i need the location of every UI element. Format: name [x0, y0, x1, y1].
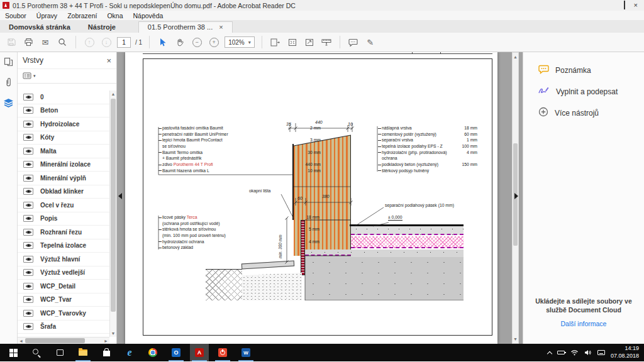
layer-options-icon[interactable]	[23, 70, 31, 82]
page-up-icon[interactable]: ↑	[83, 35, 96, 49]
layer-row[interactable]: Hydroizolace	[18, 118, 109, 131]
start-icon[interactable]	[4, 344, 23, 361]
panel-close-icon[interactable]: ×	[106, 56, 111, 65]
layer-row[interactable]: Beton	[18, 104, 109, 118]
select-tool-icon[interactable]	[157, 35, 169, 49]
internet-explorer-icon[interactable]: e	[120, 344, 139, 361]
power-app-icon[interactable]	[213, 344, 232, 361]
layer-row[interactable]: Výztuž hlavní	[18, 253, 109, 266]
comment-icon[interactable]	[347, 35, 360, 49]
menu-item[interactable]: Okna	[102, 12, 128, 19]
layers-icon[interactable]	[3, 98, 14, 111]
attachments-icon[interactable]	[4, 77, 13, 90]
task-view-icon[interactable]	[50, 344, 69, 361]
file-explorer-icon[interactable]	[74, 344, 92, 361]
layer-row[interactable]: Popis	[18, 212, 109, 226]
layer-visibility-eye-icon[interactable]	[23, 188, 33, 195]
layer-visibility-eye-icon[interactable]	[23, 269, 33, 276]
wifi-icon[interactable]	[570, 347, 579, 358]
email-icon[interactable]: ✉	[39, 35, 52, 49]
layer-row[interactable]: Ocel v řezu	[18, 199, 109, 212]
fullscreen-icon[interactable]	[303, 35, 316, 49]
page-thumbnails-icon[interactable]	[4, 57, 13, 69]
menu-item[interactable]: Nápověda	[128, 12, 169, 19]
layer-visibility-eye-icon[interactable]	[23, 148, 33, 155]
layer-row[interactable]: 0	[18, 90, 109, 104]
layer-visibility-eye-icon[interactable]	[23, 323, 33, 330]
zoom-out-icon[interactable]: −	[191, 35, 203, 49]
menu-item[interactable]: Úpravy	[31, 12, 62, 19]
print-icon[interactable]	[22, 35, 35, 49]
layer-visibility-eye-icon[interactable]	[23, 215, 33, 222]
layer-visibility-eye-icon[interactable]	[23, 121, 33, 128]
layer-row[interactable]: Malta	[18, 145, 109, 158]
layer-row[interactable]: Minerální izolace	[18, 158, 109, 172]
layer-visibility-eye-icon[interactable]	[23, 107, 33, 114]
taskbar-search-icon[interactable]	[27, 344, 46, 361]
annotation-row: tepelná izolace podlahy EPS - Z 100 mm	[382, 143, 477, 150]
pencil-icon[interactable]: ✎	[364, 35, 377, 49]
annotation-row: zdivo Porotherm 44 T Profi 440 mm	[162, 162, 321, 168]
layer-visibility-eye-icon[interactable]	[23, 134, 33, 141]
hand-tool-icon[interactable]	[174, 35, 186, 49]
chevron-down-icon[interactable]: ▾	[33, 74, 36, 79]
layers-horizontal-scrollbar[interactable]: ◄ ►	[18, 337, 109, 344]
layer-name: Kóty	[40, 134, 54, 141]
layer-visibility-eye-icon[interactable]	[23, 161, 33, 168]
acrobat-taskbar-icon[interactable]: A	[190, 344, 209, 361]
fit-width-icon[interactable]	[269, 35, 282, 49]
speaker-icon[interactable]	[584, 347, 592, 358]
close-button[interactable]: ×	[634, 2, 638, 9]
layer-visibility-eye-icon[interactable]	[23, 94, 33, 101]
layer-row[interactable]: Tepelná izolace	[18, 239, 109, 253]
outlook-icon[interactable]: O	[167, 344, 186, 361]
layer-row[interactable]: WCP_Tvar	[18, 293, 109, 307]
layer-visibility-eye-icon[interactable]	[23, 283, 33, 290]
layer-visibility-eye-icon[interactable]	[23, 229, 33, 236]
layer-row[interactable]: Minerální výplň	[18, 172, 109, 185]
tab-tools[interactable]: Nástroje	[79, 22, 125, 33]
menu-item[interactable]: Zobrazení	[62, 12, 102, 19]
layer-row[interactable]: WCP_Tvarovky	[18, 307, 109, 321]
layer-row[interactable]: Kóty	[18, 131, 109, 145]
store-icon[interactable]	[97, 344, 116, 361]
zoom-level-select[interactable]: 102% ▾	[225, 36, 255, 48]
collapse-left-panel-arrow[interactable]	[118, 193, 122, 199]
layer-visibility-eye-icon[interactable]	[23, 242, 33, 249]
search-icon[interactable]	[56, 35, 69, 49]
battery-icon[interactable]	[557, 351, 565, 354]
taskbar-clock[interactable]: 14:19 07.08.2018	[611, 345, 639, 359]
tab-home[interactable]: Domovská stránka	[0, 22, 79, 33]
page-down-icon[interactable]: ↓	[100, 35, 113, 49]
layer-row[interactable]: Obklad klinker	[18, 185, 109, 199]
layer-visibility-eye-icon[interactable]	[23, 310, 33, 317]
tool-comment[interactable]: Poznámka	[523, 60, 644, 81]
layer-name: 0	[40, 94, 44, 101]
tool-more-tools[interactable]: Více nástrojů	[523, 102, 644, 124]
layer-row[interactable]: Šrafa	[18, 321, 109, 334]
layer-visibility-eye-icon[interactable]	[23, 175, 33, 182]
layer-row[interactable]: WCP_Detail	[18, 280, 109, 293]
layers-vertical-scrollbar[interactable]: ▲ ▼	[109, 90, 116, 337]
layer-row[interactable]: Rozhraní řezu	[18, 226, 109, 239]
page-number-input[interactable]	[117, 37, 131, 48]
promo-more-info-link[interactable]: Další informace	[561, 320, 607, 327]
maximize-button[interactable]	[624, 2, 625, 9]
layer-visibility-eye-icon[interactable]	[23, 202, 33, 209]
save-icon[interactable]	[5, 35, 18, 49]
collapse-right-panel-arrow[interactable]	[514, 193, 518, 199]
chevron-up-icon[interactable]	[547, 351, 552, 356]
tab-document[interactable]: 01.5 Porotherm 38 ... ×	[138, 21, 233, 33]
fit-page-icon[interactable]	[286, 35, 299, 49]
measure-icon[interactable]	[320, 35, 333, 49]
word-icon[interactable]: W	[236, 344, 255, 361]
chrome-icon[interactable]	[143, 344, 162, 361]
tool-fill-sign[interactable]: Vyplnit a podepsat	[523, 81, 644, 102]
zoom-in-icon[interactable]: +	[208, 35, 220, 49]
layer-visibility-eye-icon[interactable]	[23, 256, 33, 263]
tab-close-icon[interactable]: ×	[219, 23, 223, 31]
touch-keyboard-icon[interactable]	[597, 350, 605, 355]
layer-row[interactable]: Výztuž vedlejší	[18, 266, 109, 280]
layer-visibility-eye-icon[interactable]	[23, 296, 33, 303]
menu-item[interactable]: Soubor	[0, 12, 31, 19]
